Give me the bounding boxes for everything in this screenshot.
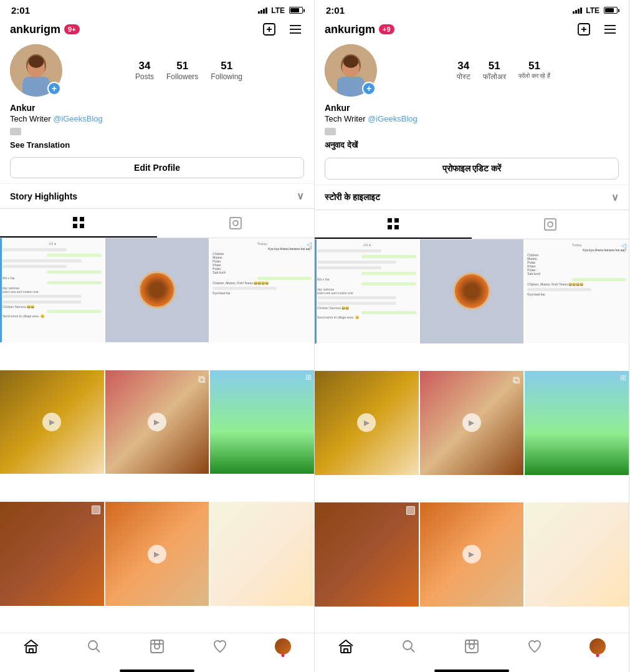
grid-cell-5-right[interactable]: ▶ ⧉: [420, 371, 524, 475]
add-post-button-left[interactable]: [260, 21, 278, 38]
grid-cell-4-right[interactable]: ▶: [315, 371, 419, 475]
stat-following-right[interactable]: 51 फॉलो कर रहे हैं: [518, 60, 550, 81]
nav-search-left[interactable]: [63, 638, 126, 655]
grid-cell-1-left[interactable]: -29 ♦ Wo v hai. day samosa icken one and…: [0, 238, 104, 342]
nav-reels-left[interactable]: [126, 638, 189, 655]
svg-point-39: [343, 55, 358, 68]
grid-cell-2-right[interactable]: [420, 239, 524, 343]
nav-search-right[interactable]: [378, 638, 441, 655]
grid-cell-7-right[interactable]: [315, 502, 419, 607]
story-highlights-left[interactable]: Story Highlights ∨: [0, 183, 314, 208]
grid-cell-9-right[interactable]: [525, 502, 629, 607]
see-translation-left[interactable]: See Translation: [0, 139, 314, 155]
svg-rect-20: [29, 649, 33, 653]
stat-posts-right[interactable]: 34 पोस्ट: [457, 60, 470, 81]
stat-following-left[interactable]: 51 Following: [211, 60, 242, 81]
add-story-button-right[interactable]: +: [362, 82, 376, 95]
posts-count-left: 34: [139, 60, 151, 72]
story-highlights-label-right: स्टोरी के हाइलाइट: [325, 192, 380, 203]
svg-point-17: [233, 221, 238, 226]
tab-grid-left[interactable]: [0, 209, 157, 238]
following-count-left: 51: [221, 60, 232, 72]
menu-button-left[interactable]: [287, 21, 304, 38]
signal-bar-3: [263, 9, 265, 14]
svg-rect-13: [80, 217, 84, 221]
grid-cell-5-left[interactable]: ▶ ⧉: [105, 370, 209, 474]
play-icon-8-right: ▶: [462, 545, 481, 564]
tab-grid-right[interactable]: [315, 210, 472, 239]
edit-profile-button-left[interactable]: Edit Profile: [10, 157, 304, 178]
story-highlights-label-left: Story Highlights: [10, 191, 77, 201]
nav-profile-right[interactable]: [566, 638, 629, 655]
following-label-right: फॉलो कर रहे हैं: [518, 72, 550, 80]
stat-posts-left[interactable]: 34 Posts: [135, 60, 154, 81]
story-indicator-right-1: [315, 239, 317, 343]
grid-cell-3-right[interactable]: Today Kya kya khana banana hai aaj? Chic…: [525, 239, 629, 343]
multi-icon-5-left: ⧉: [198, 374, 205, 385]
grid-cell-2-left[interactable]: [105, 238, 209, 342]
battery-fill-right: [605, 8, 614, 12]
notification-badge-left[interactable]: 9+: [64, 24, 80, 34]
signal-bars-right: [573, 7, 582, 14]
add-post-button-right[interactable]: [575, 21, 593, 38]
story-highlights-right[interactable]: स्टोरी के हाइलाइट ∨: [315, 185, 629, 209]
username-area-left: ankurigm 9+: [10, 23, 255, 36]
signal-bar-r4: [580, 7, 582, 14]
bio-name-right: Ankur: [325, 103, 619, 113]
bio-section-left: Ankur Tech Writer @iGeeksBlog: [0, 102, 314, 139]
nav-heart-left[interactable]: [188, 638, 251, 655]
edit-profile-button-right[interactable]: प्रोफाइल एडिट करें: [325, 158, 619, 180]
nav-home-left[interactable]: [0, 638, 63, 655]
grid-cell-3-left[interactable]: Today Kya kya khana banana hai aaj? Chic…: [210, 238, 314, 342]
pie-image: [138, 271, 176, 309]
grid-cell-8-right[interactable]: ▶: [420, 502, 524, 607]
nav-reels-right[interactable]: [441, 638, 504, 655]
bio-section-right: Ankur Tech Writer @iGeeksBlog: [315, 102, 629, 139]
add-story-button-left[interactable]: +: [47, 82, 61, 95]
nav-profile-left[interactable]: [251, 638, 314, 655]
status-icons-right: LTE: [573, 6, 618, 15]
profile-header-left: ankurigm 9+: [0, 18, 314, 42]
grid-cell-6-left[interactable]: ⊞: [210, 370, 314, 474]
chevron-down-icon-right: ∨: [611, 191, 619, 203]
username-area-right: ankurigm +9: [325, 23, 570, 36]
profile-header-right: ankurigm +9: [315, 18, 629, 42]
nav-home-right[interactable]: [315, 638, 378, 655]
bio-link-left[interactable]: @iGeeksBlog: [53, 114, 103, 123]
grid-cell-7-left[interactable]: [0, 502, 104, 606]
grid-cell-9-left[interactable]: [210, 502, 314, 606]
followers-label-left: Followers: [166, 72, 198, 81]
grid-cell-8-left[interactable]: ▶: [105, 502, 209, 606]
followers-count-right: 51: [489, 60, 500, 72]
see-translation-right[interactable]: अनुवाद देखें: [315, 139, 629, 155]
story-indicator-left-1: [0, 238, 2, 342]
notification-badge-right[interactable]: +9: [379, 24, 394, 34]
grid-cell-6-right[interactable]: ⊞: [525, 371, 629, 475]
nav-heart-right[interactable]: [503, 638, 566, 655]
status-time-left: 2:01: [11, 5, 30, 16]
active-dot-right: [596, 654, 599, 657]
tab-tag-left[interactable]: [157, 209, 314, 238]
menu-button-right[interactable]: [601, 21, 619, 38]
nav-avatar-left: [275, 638, 291, 655]
stat-followers-right[interactable]: 51 फॉलोअर: [483, 60, 506, 81]
home-indicator-right: [434, 670, 509, 672]
avatar-container-left[interactable]: +: [10, 44, 62, 97]
signal-bar-r2: [575, 10, 577, 14]
profile-info-left: + 34 Posts 51 Followers 51 Following: [0, 42, 314, 102]
stat-followers-left[interactable]: 51 Followers: [166, 60, 198, 81]
flag-icon-right: [325, 128, 336, 135]
grid-cell-1-right[interactable]: -29 ♦ Wo v hai. day samosa icken one and…: [315, 239, 419, 343]
followers-label-right: फॉलोअर: [483, 72, 506, 81]
multi-icon-5-right: ⧉: [513, 375, 520, 386]
tab-tag-right[interactable]: [472, 210, 629, 239]
grid-cell-4-left[interactable]: ▶: [0, 370, 104, 474]
play-icon-4-left: ▶: [42, 413, 61, 431]
avatar-container-right[interactable]: +: [325, 44, 377, 97]
svg-point-49: [403, 641, 412, 650]
flag-icon-left: [10, 128, 21, 135]
status-bar-right: 2:01 LTE: [315, 0, 629, 18]
bio-link-right[interactable]: @iGeeksBlog: [368, 114, 418, 123]
battery-left: [289, 7, 303, 14]
svg-rect-43: [394, 225, 399, 229]
